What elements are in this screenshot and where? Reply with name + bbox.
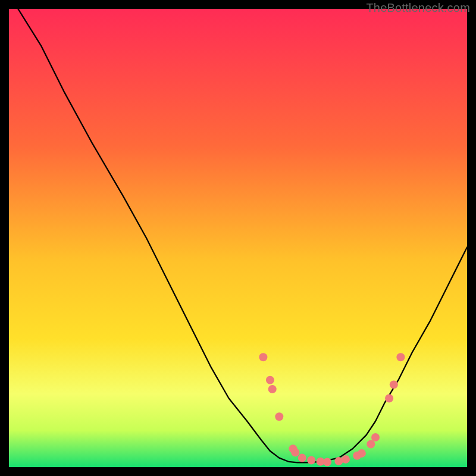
chart-frame: TheBottleneck.com [0,0,476,476]
curve-marker [268,385,277,393]
curve-marker [307,456,315,465]
attribution-label: TheBottleneck.com [366,1,470,15]
curve-marker [367,440,375,449]
curve-marker [298,454,306,462]
curve-marker [385,394,393,403]
curve-marker [259,353,267,361]
curve-marker [275,412,283,421]
curve-marker [323,458,331,466]
curve-marker [396,353,405,361]
curve-marker [371,433,380,441]
curve-marker [266,376,274,384]
curve-marker [358,449,366,458]
gradient-background [9,9,467,467]
chart-plot-area [9,9,467,467]
bottleneck-curve-chart [9,9,467,467]
curve-marker [342,455,350,464]
curve-marker [291,448,299,456]
curve-marker [390,380,398,389]
